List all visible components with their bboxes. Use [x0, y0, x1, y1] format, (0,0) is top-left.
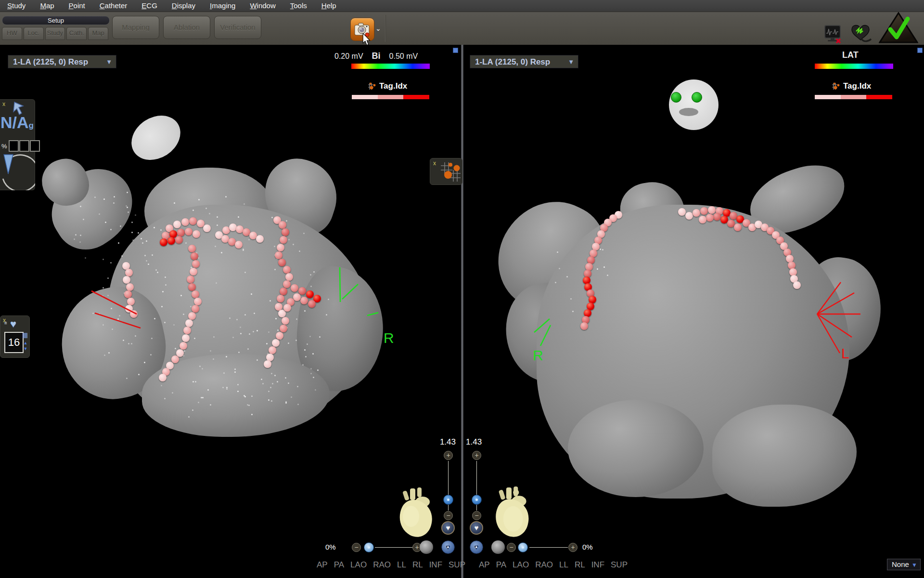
- map-point[interactable]: [283, 280, 291, 288]
- map-point[interactable]: [171, 355, 179, 363]
- setup-button-cath[interactable]: Cath.: [66, 27, 87, 40]
- map-point[interactable]: [708, 206, 716, 214]
- map-point[interactable]: [291, 284, 298, 292]
- mode-button-verification[interactable]: Verification: [214, 16, 261, 39]
- map-point[interactable]: [306, 290, 314, 298]
- heart-connection-icon[interactable]: [850, 23, 872, 44]
- map-point[interactable]: [192, 230, 200, 238]
- heart-model-left[interactable]: [396, 487, 433, 539]
- map-point[interactable]: [282, 228, 289, 236]
- mode-button-ablation[interactable]: Ablation: [163, 16, 210, 39]
- menu-window[interactable]: Window: [243, 0, 282, 12]
- map-point[interactable]: [308, 300, 316, 308]
- tag-spheres-icon[interactable]: [440, 161, 461, 183]
- mode-button-mapping[interactable]: Mapping: [112, 16, 159, 39]
- view-preset-lao-left[interactable]: LAO: [350, 560, 367, 570]
- lat-color-scale[interactable]: [815, 64, 893, 69]
- map-point[interactable]: [191, 252, 198, 260]
- menu-point[interactable]: Point: [62, 0, 92, 12]
- map-point[interactable]: [685, 212, 693, 220]
- map-point[interactable]: [235, 241, 243, 249]
- menu-help[interactable]: Help: [314, 0, 344, 12]
- sphere-view-button-left[interactable]: [420, 540, 433, 554]
- map-selector-right[interactable]: 1-LA (2125, 0) Resp ▼: [470, 55, 578, 68]
- map-point[interactable]: [192, 305, 199, 313]
- viewport-gadget-left[interactable]: [453, 48, 458, 53]
- menu-ecg[interactable]: ECG: [134, 0, 165, 12]
- view-preset-pa-left[interactable]: PA: [334, 560, 344, 570]
- view-preset-ap-right[interactable]: AP: [479, 560, 490, 570]
- map-point[interactable]: [188, 283, 196, 291]
- map-point[interactable]: [167, 237, 175, 245]
- camera-dropdown-chevron[interactable]: ⌄: [375, 25, 381, 32]
- view-preset-sup-right[interactable]: SUP: [611, 560, 628, 570]
- map-point[interactable]: [700, 207, 708, 215]
- map-point[interactable]: [180, 342, 187, 350]
- view-preset-ap-left[interactable]: AP: [317, 560, 328, 570]
- heart-model-right[interactable]: [491, 486, 530, 539]
- map-point[interactable]: [282, 317, 289, 325]
- map-point[interactable]: [173, 221, 181, 228]
- map-point[interactable]: [203, 224, 211, 232]
- close-icon[interactable]: x: [433, 161, 436, 166]
- close-icon[interactable]: x: [2, 102, 5, 106]
- map-point[interactable]: [177, 229, 185, 236]
- zoom-slider-thumb-left[interactable]: [443, 495, 453, 505]
- view-preset-lao-right[interactable]: LAO: [513, 560, 529, 570]
- map-point[interactable]: [124, 290, 132, 298]
- rotation-dial[interactable]: [0, 152, 35, 190]
- map-point[interactable]: [181, 218, 189, 226]
- sphere-view-button-right[interactable]: [491, 540, 505, 554]
- spinner-up-icon[interactable]: ▲: [22, 341, 29, 345]
- map-point[interactable]: [185, 319, 193, 327]
- heart-target-button-right[interactable]: ♥: [470, 540, 483, 554]
- view-preset-ll-right[interactable]: LL: [559, 560, 568, 570]
- map-point[interactable]: [272, 339, 280, 347]
- map-point[interactable]: [793, 281, 801, 289]
- map-point[interactable]: [580, 322, 588, 330]
- map-point[interactable]: [278, 259, 286, 266]
- spinner-down-icon[interactable]: ▼: [22, 347, 29, 351]
- map-selector-left[interactable]: 1-LA (2125, 0) Resp ▼: [8, 55, 116, 68]
- map-point[interactable]: [706, 214, 714, 222]
- tag-index-legend-right[interactable]: Tag.Idx: [832, 81, 871, 91]
- view-preset-inf-right[interactable]: INF: [591, 560, 604, 570]
- zoom-slider-thumb-right[interactable]: [472, 495, 482, 505]
- map-point[interactable]: [277, 295, 284, 302]
- setup-button-study[interactable]: Study: [45, 27, 65, 40]
- map-point[interactable]: [189, 217, 197, 225]
- menu-tools[interactable]: Tools: [283, 0, 314, 12]
- fill-minus-button-left[interactable]: −: [352, 543, 361, 552]
- zoom-slider-track-left[interactable]: [448, 461, 449, 495]
- map-point[interactable]: [187, 276, 194, 283]
- map-point[interactable]: [275, 251, 282, 259]
- map-point[interactable]: [279, 221, 286, 229]
- map-point[interactable]: [269, 346, 276, 354]
- map-point[interactable]: [280, 236, 287, 244]
- fill-slider-track-right[interactable]: [529, 547, 568, 548]
- zoom-slider-track-right[interactable]: [476, 461, 477, 495]
- view-preset-rl-left[interactable]: RL: [412, 560, 423, 570]
- map-point[interactable]: [300, 297, 308, 304]
- map-point[interactable]: [194, 298, 202, 305]
- view-preset-ll-left[interactable]: LL: [397, 560, 406, 570]
- map-point[interactable]: [283, 304, 291, 312]
- map-point[interactable]: [277, 244, 284, 251]
- view-preset-sup-left[interactable]: SUP: [449, 560, 465, 570]
- map-point[interactable]: [160, 238, 167, 246]
- view-preset-rao-left[interactable]: RAO: [373, 560, 391, 570]
- map-point[interactable]: [693, 209, 700, 217]
- fill-slider-thumb-right[interactable]: [518, 542, 528, 552]
- map-point[interactable]: [678, 208, 686, 216]
- map-point[interactable]: [256, 235, 264, 243]
- setup-button-map[interactable]: Map: [88, 27, 108, 40]
- setup-button-hw[interactable]: HW: [2, 27, 22, 40]
- zoom-in-button-right[interactable]: +: [472, 451, 481, 460]
- fill-plus-button-right[interactable]: +: [568, 543, 578, 552]
- setup-button-loc[interactable]: Loc.: [24, 27, 44, 40]
- fill-slider-thumb-left[interactable]: [364, 542, 374, 552]
- map-point[interactable]: [192, 290, 199, 298]
- heart-target-button-left[interactable]: ♥: [441, 540, 455, 554]
- menu-catheter[interactable]: Catheter: [92, 0, 135, 12]
- map-point[interactable]: [280, 325, 287, 332]
